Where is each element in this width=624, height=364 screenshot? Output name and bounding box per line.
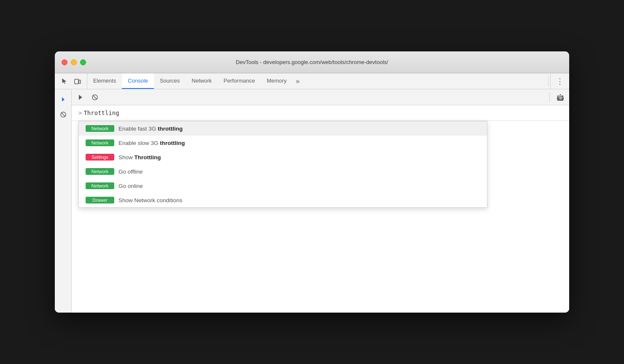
maximize-button[interactable]	[80, 59, 86, 65]
item-text-2: Show Throttling	[118, 154, 161, 161]
console-divider	[549, 92, 550, 102]
svg-marker-5	[79, 95, 82, 100]
tab-console[interactable]: Console	[122, 73, 154, 89]
sidebar-expand-btn[interactable]	[56, 93, 70, 106]
item-text-1: Enable slow 3G throttling	[118, 140, 185, 146]
toolbar-icons	[55, 73, 87, 89]
tab-sources[interactable]: Sources	[154, 73, 186, 89]
close-button[interactable]	[62, 59, 67, 65]
badge-network-0: Network	[86, 125, 114, 132]
item-text-5: Show Network conditions	[118, 197, 183, 203]
badge-network-3: Network	[86, 168, 114, 175]
more-options-button[interactable]: ⋮	[554, 75, 566, 87]
autocomplete-item-1[interactable]: Network Enable slow 3G throttling	[79, 136, 487, 150]
item-text-4: Go online	[118, 183, 143, 189]
main-area: > Throttling Network Enable fast 3G thro…	[55, 89, 569, 313]
badge-settings-2: Settings	[86, 154, 114, 161]
sidebar-block-btn[interactable]	[56, 108, 70, 121]
autocomplete-item-3[interactable]: Network Go offline	[79, 164, 487, 179]
command-input[interactable]: Throttling	[83, 110, 562, 116]
autocomplete-item-2[interactable]: Settings Show Throttling	[79, 150, 487, 164]
toolbar-divider	[548, 76, 549, 86]
svg-rect-0	[75, 79, 78, 84]
badge-drawer-5: Drawer	[86, 197, 114, 203]
title-bar: DevTools - developers.google.com/web/too…	[55, 51, 569, 73]
more-tabs-button[interactable]: »	[293, 73, 303, 89]
main-toolbar: Elements Console Sources Network Perform…	[55, 73, 569, 89]
tab-memory[interactable]: Memory	[261, 73, 293, 89]
play-icon[interactable]	[75, 92, 86, 103]
badge-network-4: Network	[86, 182, 114, 189]
command-prompt: >	[78, 110, 82, 116]
toolbar-right: ⋮	[550, 73, 569, 89]
svg-line-7	[93, 95, 97, 99]
console-toolbar-right	[548, 92, 566, 103]
tab-elements[interactable]: Elements	[87, 73, 122, 89]
sidebar	[55, 89, 72, 313]
console-toolbar	[72, 89, 569, 105]
cursor-icon[interactable]	[58, 75, 70, 87]
badge-network-1: Network	[86, 139, 114, 146]
window-title: DevTools - developers.google.com/web/too…	[236, 59, 388, 65]
device-toggle-icon[interactable]	[72, 75, 83, 87]
devtools-body: Elements Console Sources Network Perform…	[55, 73, 569, 313]
svg-marker-2	[62, 97, 65, 102]
autocomplete-item-5[interactable]: Drawer Show Network conditions	[79, 193, 487, 207]
console-area: > Throttling Network Enable fast 3G thro…	[72, 89, 569, 313]
autocomplete-item-0[interactable]: Network Enable fast 3G throttling	[79, 121, 487, 136]
minimize-button[interactable]	[71, 59, 77, 65]
settings-gear-icon[interactable]	[555, 92, 566, 103]
traffic-lights	[62, 59, 86, 65]
item-text-3: Go offline	[118, 169, 143, 175]
autocomplete-item-4[interactable]: Network Go online	[79, 179, 487, 193]
tab-network[interactable]: Network	[186, 73, 218, 89]
tabs-container: Elements Console Sources Network Perform…	[87, 73, 546, 89]
svg-rect-1	[79, 80, 81, 83]
item-text-0: Enable fast 3G throttling	[118, 126, 183, 132]
command-input-area: > Throttling	[72, 105, 569, 121]
autocomplete-dropdown: Network Enable fast 3G throttling Networ…	[78, 121, 487, 208]
svg-line-4	[61, 112, 65, 117]
block-icon[interactable]	[89, 92, 100, 103]
devtools-window: DevTools - developers.google.com/web/too…	[55, 51, 569, 313]
tab-performance[interactable]: Performance	[218, 73, 261, 89]
